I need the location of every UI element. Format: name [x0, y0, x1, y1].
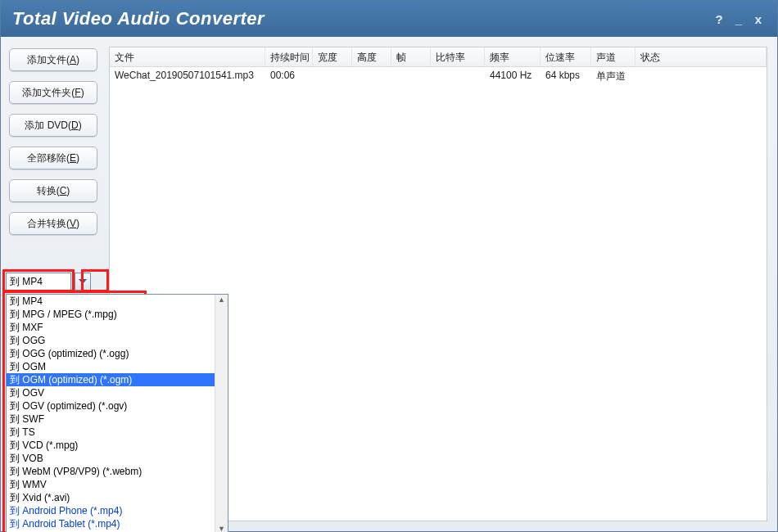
- format-option[interactable]: 到 MPG / MPEG (*.mpg): [7, 308, 215, 321]
- grid-column-header[interactable]: 比特率: [431, 47, 485, 66]
- format-option[interactable]: 到 OGG (optimized) (*.ogg): [7, 347, 215, 360]
- dropdown-scrollbar[interactable]: [215, 295, 228, 532]
- button-hotkey: D: [71, 119, 79, 131]
- app-window: Total Video Audio Converter ? _ x 添加文件(A…: [0, 0, 778, 532]
- format-option[interactable]: 到 WebM (VP8/VP9) (*.webm): [7, 465, 215, 478]
- grid-cell: 64 kbps: [541, 67, 591, 85]
- grid-cell: [313, 67, 352, 85]
- grid-column-header[interactable]: 声道: [591, 47, 636, 66]
- close-button[interactable]: x: [751, 12, 766, 26]
- grid-body: WeChat_20190507101541.mp300:0644100 Hz64…: [110, 67, 767, 85]
- format-option[interactable]: 到 OGV: [7, 386, 215, 399]
- remove-all-button[interactable]: 全部移除(E): [9, 147, 97, 169]
- format-option[interactable]: 到 TS: [7, 426, 215, 439]
- button-hotkey: A: [70, 54, 76, 65]
- grid-column-header[interactable]: 持续时间: [265, 47, 313, 66]
- button-label: ): [79, 119, 82, 131]
- add-folder-button[interactable]: 添加文件夹(F): [9, 81, 97, 104]
- button-label: 全部移除(: [27, 152, 70, 164]
- chevron-down-icon: [79, 279, 87, 284]
- button-label: 合并转换(: [27, 218, 70, 229]
- button-label: 转换(: [37, 185, 60, 196]
- grid-cell: [391, 67, 431, 85]
- grid-cell: [636, 67, 767, 85]
- minimize-button[interactable]: _: [731, 12, 746, 26]
- format-dropdown-area: 到 MP4 到 MP4到 MPG / MPEG (*.mpg)到 MXF到 OG…: [6, 273, 91, 291]
- button-label: ): [66, 185, 70, 196]
- format-option[interactable]: 到 Android Tablet (*.mp4): [7, 517, 215, 530]
- format-select-arrow[interactable]: [75, 273, 91, 291]
- format-option[interactable]: 到 OGG: [7, 334, 215, 347]
- format-select[interactable]: 到 MP4: [6, 273, 71, 291]
- titlebar: Total Video Audio Converter ? _ x: [1, 1, 777, 37]
- format-option[interactable]: 到 MXF: [7, 321, 215, 334]
- button-hotkey: E: [70, 152, 76, 164]
- button-label: 添加 DVD(: [25, 119, 71, 131]
- grid-header: 文件持续时间宽度高度帧比特率频率位速率声道状态: [110, 47, 767, 67]
- grid-cell: [431, 67, 485, 85]
- format-option[interactable]: 到 SWF: [7, 413, 215, 426]
- format-option[interactable]: 到 MP4: [7, 295, 215, 308]
- merge-button[interactable]: 合并转换(V): [9, 212, 97, 235]
- button-label: ): [81, 87, 84, 98]
- grid-column-header[interactable]: 频率: [485, 47, 541, 66]
- grid-cell: 00:06: [265, 67, 313, 85]
- button-label: ): [76, 218, 79, 229]
- grid-column-header[interactable]: 帧: [391, 47, 431, 66]
- format-option[interactable]: 到 Xvid (*.avi): [7, 491, 215, 504]
- grid-cell: 44100 Hz: [485, 67, 541, 85]
- grid-column-header[interactable]: 宽度: [313, 47, 352, 66]
- button-label: 添加文件(: [27, 54, 70, 65]
- button-hotkey: F: [75, 87, 80, 98]
- grid-column-header[interactable]: 高度: [352, 47, 391, 66]
- format-option[interactable]: 到 VCD (*.mpg): [7, 439, 215, 452]
- grid-column-header[interactable]: 位速率: [541, 47, 591, 66]
- format-option[interactable]: 到 OGM (optimized) (*.ogm): [7, 373, 215, 386]
- format-option[interactable]: 到 VOB: [7, 452, 215, 465]
- grid-column-header[interactable]: 状态: [636, 47, 767, 66]
- format-option[interactable]: 到 Android Phone (*.mp4): [7, 504, 215, 517]
- format-dropdown-list[interactable]: 到 MP4到 MPG / MPEG (*.mpg)到 MXF到 OGG到 OGG…: [6, 294, 228, 532]
- grid-column-header[interactable]: 文件: [110, 47, 265, 66]
- grid-cell: WeChat_20190507101541.mp3: [110, 67, 265, 85]
- grid-cell: 单声道: [591, 67, 636, 85]
- add-dvd-button[interactable]: 添加 DVD(D): [9, 114, 97, 137]
- format-option[interactable]: 到 WMV: [7, 478, 215, 491]
- button-label: ): [76, 152, 79, 164]
- grid-cell: [352, 67, 391, 85]
- format-option[interactable]: 到 OGM: [7, 360, 215, 373]
- button-label: 添加文件夹(: [22, 87, 75, 98]
- add-file-button[interactable]: 添加文件(A): [9, 48, 97, 71]
- format-option[interactable]: 到 OGV (optimized) (*.ogv): [7, 399, 215, 413]
- convert-button[interactable]: 转换(C): [9, 179, 97, 202]
- help-button[interactable]: ?: [712, 12, 726, 26]
- button-hotkey: V: [70, 218, 76, 229]
- app-title: Total Video Audio Converter: [12, 8, 707, 29]
- button-label: ): [76, 54, 79, 65]
- table-row[interactable]: WeChat_20190507101541.mp300:0644100 Hz64…: [110, 67, 767, 85]
